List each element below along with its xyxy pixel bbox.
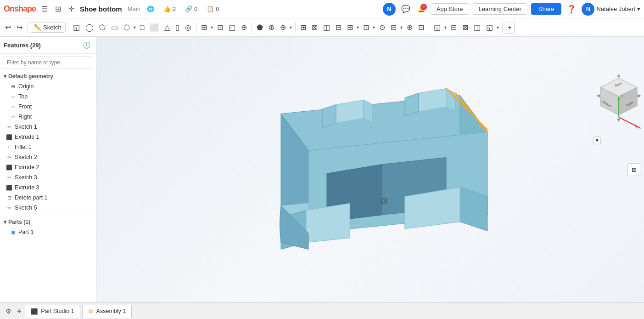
sketch-button[interactable]: ✏️ Sketch <box>30 22 66 33</box>
user-menu-button[interactable]: N Natalee Jobert ▾ <box>582 3 640 16</box>
app-store-button[interactable]: App Store <box>431 3 469 15</box>
tb-tool-12[interactable]: ⊡ <box>215 21 225 34</box>
tb-tool-5[interactable]: ⬡ <box>121 21 132 34</box>
globe-button[interactable]: 🌐 <box>144 6 157 12</box>
tb-tool-21[interactable]: ⊟ <box>333 21 344 34</box>
hamburger-menu-button[interactable]: ☰ <box>39 3 50 15</box>
svg-point-22 <box>383 200 385 202</box>
toolbar-separator-3 <box>196 22 196 33</box>
tb-tool-9[interactable]: ▯ <box>173 21 182 34</box>
tb-dropdown-arrow-5[interactable]: ▾ <box>372 23 376 32</box>
tree-item-fillet1[interactable]: ◜ Fillet 1 <box>0 142 96 152</box>
tb-tool-30[interactable]: ⊠ <box>460 21 470 34</box>
tree-item-top[interactable]: ▱ Top <box>0 91 96 102</box>
tb-tool-25[interactable]: ⊟ <box>388 21 399 34</box>
message-button[interactable]: 💬 <box>399 3 412 15</box>
tb-tool-32[interactable]: ◱ <box>484 21 495 34</box>
undo-button[interactable]: ↩ <box>3 21 13 34</box>
tree-item-sketch3[interactable]: ✏ Sketch 3 <box>0 172 96 182</box>
tb-tool-13[interactable]: ◱ <box>226 21 238 34</box>
view-cube[interactable]: Back Bottom Right Y X ▲ ▼ ◄ ► <box>594 74 635 129</box>
tb-dropdown-1[interactable]: ⬡ ▾ <box>121 21 137 34</box>
tb-tool-6[interactable]: □ <box>138 22 147 34</box>
tb-tool-26[interactable]: ⊕ <box>404 21 415 34</box>
tb-dropdown-8[interactable]: ◱ ▾ <box>484 21 500 34</box>
tb-dropdown-arrow-1[interactable]: ▾ <box>133 23 137 32</box>
tb-tool-16[interactable]: ⊛ <box>266 21 277 34</box>
tree-item-origin[interactable]: ⊕ Origin <box>0 81 96 91</box>
tb-tool-17[interactable]: ⊕ <box>278 21 288 34</box>
tb-tool-20[interactable]: ◫ <box>321 21 332 34</box>
tb-dropdown-arrow-8[interactable]: ▾ <box>496 23 500 32</box>
tb-tool-28[interactable]: ◱ <box>431 21 443 34</box>
tb-tool-19[interactable]: ⊠ <box>309 21 320 34</box>
tb-dropdown-7[interactable]: ◱ ▾ <box>431 21 448 34</box>
tree-item-sketch2[interactable]: ✏ Sketch 2 <box>0 152 96 162</box>
tb-dropdown-arrow-7[interactable]: ▾ <box>443 23 448 32</box>
tb-tool-33[interactable]: + <box>505 22 514 34</box>
view-cube-menu-button[interactable]: ▾ <box>594 137 601 144</box>
tree-item-extrude2[interactable]: ⬛ Extrude 2 <box>0 162 96 172</box>
add-tab-button[interactable]: + <box>15 305 23 317</box>
tb-tool-18[interactable]: ⊞ <box>298 21 308 34</box>
tree-item-extrude1[interactable]: ⬛ Extrude 1 <box>0 132 96 142</box>
sketch5-label: Sketch 5 <box>15 205 37 211</box>
tb-tool-23[interactable]: ⊡ <box>361 21 371 34</box>
tb-dropdown-5[interactable]: ⊡ ▾ <box>361 21 376 34</box>
tree-item-extrude3[interactable]: ⬛ Extrude 3 <box>0 182 96 193</box>
notification-badge: 2 <box>420 4 427 10</box>
tree-item-sketch1[interactable]: ✏ Sketch 1 <box>0 122 96 132</box>
tb-dropdown-3[interactable]: ⊕ ▾ <box>278 21 293 34</box>
tb-tool-4[interactable]: ▭ <box>109 21 120 34</box>
tree-item-front[interactable]: ▱ Front <box>0 102 96 112</box>
tree-item-deletepart1[interactable]: ⊟ Delete part 1 <box>0 193 96 203</box>
tb-tool-11[interactable]: ⊞ <box>199 21 209 34</box>
tb-tool-3[interactable]: ⬠ <box>97 21 108 34</box>
tab-part-studio[interactable]: ⬛ Part Studio 1 <box>25 305 80 318</box>
filter-icon-button[interactable]: ⊞ <box>53 3 63 15</box>
tb-tool-8[interactable]: △ <box>162 21 172 34</box>
copy-button[interactable]: 📋 0 <box>204 6 222 12</box>
tb-tool-24[interactable]: ⊙ <box>377 21 387 34</box>
tb-dropdown-arrow-6[interactable]: ▾ <box>399 23 403 32</box>
tb-tool-31[interactable]: ◫ <box>471 21 483 34</box>
tb-tool-15[interactable]: ⬟ <box>254 21 265 34</box>
tb-tool-14[interactable]: ⊕ <box>239 21 249 34</box>
tb-dropdown-arrow-4[interactable]: ▾ <box>356 23 360 32</box>
link-button[interactable]: 🔗 0 <box>182 6 200 12</box>
tb-dropdown-arrow-2[interactable]: ▾ <box>210 23 214 32</box>
view-mode-button[interactable]: ⊞ <box>627 163 640 176</box>
3d-viewport[interactable]: Back Bottom Right Y X ▲ ▼ ◄ ► <box>96 37 644 302</box>
tb-tool-1[interactable]: ◱ <box>71 21 82 34</box>
document-branch: Main <box>128 6 140 12</box>
share-button[interactable]: Share <box>531 3 562 15</box>
tree-item-part1[interactable]: ◼ Part 1 <box>0 227 96 237</box>
history-icon-button[interactable]: 🕐 <box>81 40 92 51</box>
tree-item-sketch5[interactable]: ✏ Sketch 5 <box>0 203 96 213</box>
notification-button[interactable]: 🔔 2 <box>416 4 427 14</box>
tb-tool-22[interactable]: ⊞ <box>345 21 355 34</box>
learning-center-button[interactable]: Learning Center <box>473 3 527 15</box>
help-button[interactable]: ❓ <box>565 3 578 15</box>
parts-group[interactable]: ▾ Parts (1) <box>0 217 96 227</box>
tb-dropdown-4[interactable]: ⊞ ▾ <box>345 21 360 34</box>
tab-assembly[interactable]: ⚙ Assembly 1 <box>82 305 132 318</box>
tb-tool-29[interactable]: ⊟ <box>448 21 459 34</box>
add-icon-button[interactable]: ✛ <box>67 3 76 15</box>
tb-dropdown-6[interactable]: ⊟ ▾ <box>388 21 403 34</box>
tb-tool-27[interactable]: ⊡ <box>416 21 426 34</box>
feature-filter-input[interactable] <box>3 57 93 68</box>
tb-dropdown-arrow-3[interactable]: ▾ <box>289 23 293 32</box>
user-dropdown-icon: ▾ <box>637 6 640 12</box>
like-button[interactable]: 👍 2 <box>161 6 179 12</box>
default-geometry-group[interactable]: ▾ Default geometry <box>0 71 96 81</box>
nav-right-arrow: ► <box>637 92 642 99</box>
redo-button[interactable]: ↪ <box>14 21 25 34</box>
onshape-logo[interactable]: Onshape <box>4 4 36 14</box>
tb-dropdown-2[interactable]: ⊞ ▾ <box>199 21 214 34</box>
settings-icon-button[interactable]: ⚙ <box>4 306 13 317</box>
tb-tool-7[interactable]: ⬜ <box>147 21 161 34</box>
tree-item-right[interactable]: ▱ Right <box>0 112 96 122</box>
tb-tool-2[interactable]: ◯ <box>83 21 96 34</box>
tb-tool-10[interactable]: ◎ <box>183 21 194 34</box>
